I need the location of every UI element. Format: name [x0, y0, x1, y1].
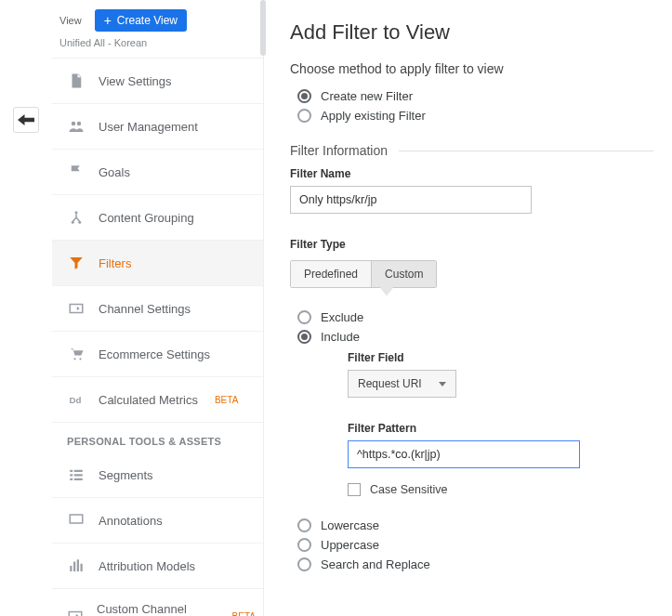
- sidebar-item-calculated-metrics[interactable]: Dd Calculated Metrics BETA: [52, 377, 263, 423]
- sidebar-item-label: Annotations: [99, 514, 163, 528]
- dd-icon: Dd: [67, 390, 86, 409]
- radio-lowercase[interactable]: Lowercase: [297, 518, 653, 532]
- channel-icon: [67, 299, 86, 318]
- filter-field-dropdown[interactable]: Request URI: [348, 370, 456, 398]
- choose-method-label: Choose method to apply filter to view: [290, 61, 653, 76]
- create-view-label: Create View: [117, 14, 178, 27]
- sidebar-item-content-grouping[interactable]: Content Grouping: [52, 195, 263, 241]
- content-grouping-icon: [67, 208, 86, 227]
- svg-point-4: [78, 221, 81, 224]
- flag-icon: [67, 163, 86, 181]
- filter-type-segmented: Predefined Custom: [290, 260, 437, 288]
- svg-point-0: [72, 122, 76, 126]
- radio-search-replace[interactable]: Search and Replace: [297, 557, 653, 571]
- page-title: Add Filter to View: [290, 20, 653, 45]
- channel-icon: [67, 607, 84, 616]
- plus-icon: +: [104, 14, 112, 27]
- sidebar-item-label: Ecommerce Settings: [99, 347, 210, 361]
- svg-rect-20: [69, 612, 82, 617]
- radio-icon: [297, 538, 311, 552]
- svg-rect-13: [70, 478, 72, 480]
- svg-rect-5: [70, 305, 83, 313]
- document-icon: [67, 72, 86, 90]
- sidebar-item-label: Filters: [99, 256, 131, 270]
- sidebar-item-label: Segments: [99, 468, 153, 482]
- sidebar-item-segments[interactable]: Segments: [52, 452, 263, 498]
- radio-icon: [297, 330, 311, 344]
- filter-pattern-input[interactable]: [348, 440, 580, 468]
- svg-rect-15: [70, 515, 83, 523]
- svg-rect-19: [81, 564, 83, 571]
- svg-rect-11: [70, 474, 72, 476]
- svg-point-6: [73, 358, 75, 360]
- filter-field-label: Filter Field: [348, 351, 653, 364]
- svg-point-7: [79, 358, 81, 360]
- sidebar-header-label: View: [59, 15, 82, 26]
- sidebar-item-view-settings[interactable]: View Settings: [52, 59, 263, 104]
- radio-label: Create new Filter: [321, 89, 413, 103]
- divider: [399, 151, 653, 151]
- sidebar-section-personal: PERSONAL TOOLS & ASSETS: [52, 423, 263, 452]
- svg-rect-16: [70, 566, 72, 571]
- tab-predefined[interactable]: Predefined: [291, 261, 371, 287]
- chevron-down-icon: [380, 287, 393, 295]
- case-sensitive-checkbox[interactable]: Case Sensitive: [348, 483, 653, 496]
- chevron-down-icon: [439, 382, 446, 387]
- sidebar-item-label: User Management: [99, 120, 198, 134]
- filter-type-label: Filter Type: [290, 238, 653, 251]
- radio-icon: [297, 109, 311, 123]
- radio-label: Include: [321, 330, 360, 344]
- tab-custom[interactable]: Custom: [371, 261, 436, 287]
- radio-label: Apply existing Filter: [321, 109, 426, 123]
- radio-icon: [297, 310, 311, 324]
- sidebar-item-annotations[interactable]: Annotations: [52, 498, 263, 544]
- radio-apply-existing[interactable]: Apply existing Filter: [297, 109, 653, 123]
- svg-point-1: [77, 122, 82, 126]
- sidebar-item-custom-channel-grouping[interactable]: Custom Channel Grouping BETA: [52, 589, 263, 616]
- sidebar: View + Create View Unified All - Korean …: [52, 0, 264, 616]
- radio-include[interactable]: Include: [297, 330, 653, 344]
- funnel-icon: [67, 254, 86, 272]
- filter-name-label: Filter Name: [290, 167, 653, 180]
- svg-point-3: [72, 221, 74, 224]
- back-button[interactable]: [13, 107, 39, 133]
- sidebar-item-filters[interactable]: Filters: [52, 241, 263, 286]
- filter-name-input[interactable]: [290, 186, 532, 214]
- radio-icon: [297, 557, 311, 571]
- annotation-icon: [67, 511, 86, 530]
- sidebar-item-goals[interactable]: Goals: [52, 150, 263, 195]
- radio-icon: [297, 518, 311, 532]
- scrollbar-thumb[interactable]: [260, 0, 266, 56]
- sidebar-subtitle: Unified All - Korean: [52, 37, 263, 59]
- radio-exclude[interactable]: Exclude: [297, 310, 653, 324]
- svg-rect-9: [70, 470, 72, 472]
- people-icon: [67, 117, 86, 136]
- dropdown-value: Request URI: [358, 377, 422, 390]
- sidebar-item-attribution-models[interactable]: Attribution Models: [52, 544, 263, 589]
- beta-badge: BETA: [215, 395, 238, 405]
- main-content: Add Filter to View Choose method to appl…: [264, 0, 672, 616]
- radio-label: Search and Replace: [321, 557, 430, 571]
- create-view-button[interactable]: + Create View: [95, 9, 187, 32]
- sidebar-item-label: Goals: [99, 165, 130, 179]
- svg-rect-18: [77, 559, 79, 571]
- svg-text:Dd: Dd: [70, 395, 82, 405]
- sidebar-item-channel-settings[interactable]: Channel Settings: [52, 286, 263, 332]
- svg-rect-12: [74, 474, 83, 476]
- filter-info-heading: Filter Information: [290, 143, 388, 158]
- cart-icon: [67, 345, 86, 363]
- sidebar-item-user-management[interactable]: User Management: [52, 104, 263, 150]
- checkbox-label: Case Sensitive: [370, 483, 447, 496]
- radio-uppercase[interactable]: Uppercase: [297, 538, 653, 552]
- segments-icon: [67, 465, 86, 484]
- filter-pattern-label: Filter Pattern: [348, 422, 653, 435]
- checkbox-icon: [348, 483, 361, 496]
- sidebar-item-ecommerce-settings[interactable]: Ecommerce Settings: [52, 332, 263, 377]
- radio-create-new[interactable]: Create new Filter: [297, 89, 653, 103]
- sidebar-item-label: View Settings: [99, 74, 172, 88]
- radio-label: Uppercase: [321, 538, 379, 552]
- svg-rect-10: [74, 470, 83, 472]
- radio-icon: [297, 89, 311, 103]
- sidebar-item-label: Content Grouping: [99, 211, 194, 225]
- beta-badge: BETA: [232, 611, 256, 617]
